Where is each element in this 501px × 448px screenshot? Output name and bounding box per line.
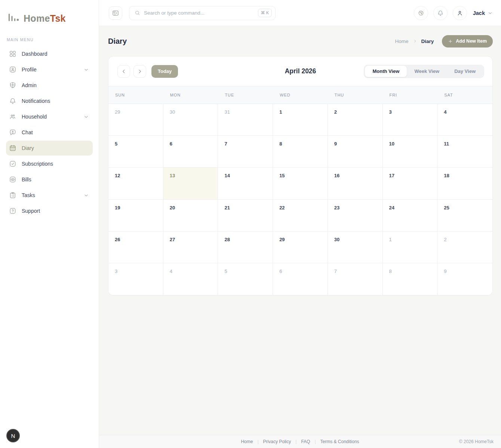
sidebar-item-label: Chat	[22, 129, 33, 135]
calendar-day-cell[interactable]: 6	[273, 263, 328, 295]
tab-week-view[interactable]: Week View	[407, 66, 447, 77]
calendar-day-cell[interactable]: 5	[218, 263, 273, 295]
calendar-day-cell-today[interactable]: 13	[163, 168, 218, 199]
day-number: 2	[444, 237, 446, 242]
sidebar-toggle-button[interactable]	[109, 6, 122, 20]
calendar-day-cell[interactable]: 8	[273, 136, 328, 168]
sidebar-item-support[interactable]: Support	[6, 203, 93, 218]
calendar-day-cell[interactable]: 24	[383, 200, 438, 231]
day-number: 4	[170, 269, 172, 274]
shield-icon	[9, 82, 16, 89]
tab-day-view[interactable]: Day View	[447, 66, 483, 77]
sidebar-item-household[interactable]: Household	[6, 109, 93, 124]
sidebar-item-label: Diary	[22, 145, 34, 151]
sidebar-item-profile[interactable]: Profile	[6, 62, 93, 77]
theme-toggle-button[interactable]	[414, 6, 428, 20]
question-icon	[9, 207, 16, 215]
calendar-day-cell[interactable]: 5	[108, 136, 163, 168]
grid-icon	[9, 50, 16, 58]
page-header: Diary Home Diary Add New Item	[99, 26, 501, 56]
page-title: Diary	[108, 37, 127, 46]
sidebar-item-label: Notifications	[22, 98, 50, 104]
calendar-day-cell[interactable]: 11	[437, 136, 492, 168]
day-number: 3	[115, 269, 117, 274]
logo-bars-icon	[7, 11, 20, 24]
calendar-day-cell[interactable]: 29	[108, 104, 163, 136]
day-header-wed: WED	[273, 93, 328, 97]
sidebar-item-bills[interactable]: Bills	[6, 172, 93, 187]
add-new-item-button[interactable]: Add New Item	[442, 35, 493, 47]
footer-link-privacy-policy[interactable]: Privacy Policy	[263, 439, 291, 444]
calendar-day-cell[interactable]: 20	[163, 200, 218, 231]
footer-link-terms-conditions[interactable]: Terms & Conditions	[320, 439, 359, 444]
calendar-day-cell[interactable]: 3	[108, 263, 163, 295]
calendar-day-cell[interactable]: 1	[383, 231, 438, 263]
day-number: 12	[115, 173, 120, 178]
calendar-day-cell[interactable]: 30	[163, 104, 218, 136]
calendar-day-cell[interactable]: 19	[108, 200, 163, 231]
calendar-day-cell[interactable]: 3	[383, 104, 438, 136]
calendar-icon	[9, 144, 16, 152]
sidebar-item-diary[interactable]: Diary	[6, 141, 93, 156]
sidebar-item-notifications[interactable]: Notifications	[6, 93, 93, 108]
sidebar-item-admin[interactable]: Admin	[6, 78, 93, 93]
calendar-day-cell[interactable]: 9	[437, 263, 492, 295]
calendar-day-cell[interactable]: 12	[108, 168, 163, 199]
calendar-day-cell[interactable]: 17	[383, 168, 438, 199]
footer-link-home[interactable]: Home	[241, 439, 253, 444]
calendar-day-cell[interactable]: 14	[218, 168, 273, 199]
calendar-day-cell[interactable]: 26	[108, 231, 163, 263]
calendar-day-cell[interactable]: 21	[218, 200, 273, 231]
calendar-day-cell[interactable]: 23	[328, 200, 383, 231]
sidebar-item-subscriptions[interactable]: Subscriptions	[6, 156, 93, 171]
calendar-day-cell[interactable]: 7	[328, 263, 383, 295]
day-number: 8	[389, 269, 392, 274]
sidebar-item-dashboard[interactable]: Dashboard	[6, 46, 93, 61]
calendar-day-cell[interactable]: 1	[273, 104, 328, 136]
search-bar[interactable]: ⌘ K	[129, 6, 276, 20]
account-button[interactable]	[453, 6, 467, 20]
user-menu[interactable]: Jack	[473, 10, 493, 16]
calendar-day-cell[interactable]: 31	[218, 104, 273, 136]
calendar-day-cell[interactable]: 18	[437, 168, 492, 199]
day-number: 2	[334, 109, 337, 115]
day-number: 11	[444, 141, 449, 147]
copyright-text: © 2026 HomeTsk	[459, 439, 494, 444]
notifications-button[interactable]	[433, 6, 448, 20]
search-input[interactable]	[144, 10, 255, 16]
calendar-day-cell[interactable]: 4	[163, 263, 218, 295]
calendar-day-cell[interactable]: 2	[328, 104, 383, 136]
calendar-day-cell[interactable]: 28	[218, 231, 273, 263]
calendar-day-cell[interactable]: 27	[163, 231, 218, 263]
calendar-day-cell[interactable]: 6	[163, 136, 218, 168]
brand-name: HomeTsk	[24, 14, 66, 24]
tab-month-view[interactable]: Month View	[365, 66, 407, 77]
calendar-day-cell[interactable]: 22	[273, 200, 328, 231]
calendar-day-cell[interactable]: 30	[328, 231, 383, 263]
calendar-day-cell[interactable]: 9	[328, 136, 383, 168]
calendar-day-cell[interactable]: 4	[437, 104, 492, 136]
next-month-button[interactable]	[133, 65, 146, 78]
calendar-week: 19202122232425	[108, 200, 492, 231]
calendar-day-cell[interactable]: 10	[383, 136, 438, 168]
chevron-right-icon	[137, 68, 143, 74]
day-number: 31	[224, 109, 230, 115]
logo: HomeTsk	[0, 0, 99, 24]
today-button[interactable]: Today	[151, 65, 178, 78]
calendar-day-cell[interactable]: 15	[273, 168, 328, 199]
calendar-day-cell[interactable]: 2	[437, 231, 492, 263]
breadcrumb-home[interactable]: Home	[395, 39, 409, 44]
footer-link-faq[interactable]: FAQ	[301, 439, 310, 444]
calendar-day-cell[interactable]: 8	[383, 263, 438, 295]
calendar-day-cell[interactable]: 16	[328, 168, 383, 199]
dev-badge[interactable]: N	[6, 429, 20, 442]
sidebar-item-tasks[interactable]: Tasks	[6, 188, 93, 203]
prev-month-button[interactable]	[117, 65, 130, 78]
day-number: 7	[334, 269, 337, 274]
calendar-day-cell[interactable]: 7	[218, 136, 273, 168]
calendar-day-cell[interactable]: 25	[437, 200, 492, 231]
sidebar-item-chat[interactable]: Chat	[6, 125, 93, 140]
day-number: 3	[389, 109, 392, 115]
calendar-day-cell[interactable]: 29	[273, 231, 328, 263]
sidebar-menu: DashboardProfileAdminNotificationsHouseh…	[0, 46, 99, 218]
